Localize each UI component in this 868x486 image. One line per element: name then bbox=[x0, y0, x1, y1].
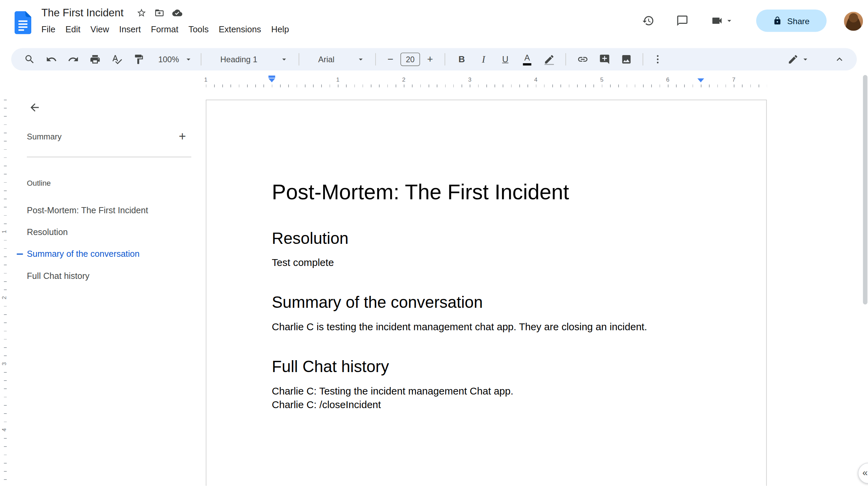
increase-font-size-button[interactable]: + bbox=[421, 51, 439, 68]
outline-item-label: Resolution bbox=[27, 227, 191, 237]
plus-icon: + bbox=[427, 54, 433, 65]
left-indent-triangle[interactable] bbox=[268, 78, 275, 82]
title-area: The First Incident File Edit View bbox=[41, 4, 294, 37]
comment-icon bbox=[676, 15, 689, 27]
menu-item[interactable]: Extensions bbox=[214, 22, 266, 37]
ruler-inch-label: 1 bbox=[1, 229, 7, 234]
right-indent-marker[interactable] bbox=[697, 78, 704, 82]
zoom-select[interactable]: 100% bbox=[153, 51, 195, 67]
add-comment-icon bbox=[599, 54, 610, 65]
chevron-down-icon bbox=[280, 55, 289, 64]
version-history-button[interactable] bbox=[635, 7, 662, 34]
document-status-button[interactable] bbox=[168, 4, 186, 22]
print-button[interactable] bbox=[84, 51, 106, 68]
document-text-block[interactable]: Full Chat history bbox=[272, 357, 701, 376]
menu-item[interactable]: Format bbox=[146, 22, 183, 37]
font-size-input[interactable] bbox=[400, 53, 420, 66]
outline-item-label: Post-Mortem: The First Incident bbox=[27, 205, 191, 215]
google-docs-app: The First Incident File Edit View bbox=[0, 0, 868, 486]
hide-menus-button[interactable] bbox=[828, 51, 850, 68]
undo-button[interactable] bbox=[40, 51, 62, 68]
current-position-indicator bbox=[17, 253, 23, 254]
paint-format-button[interactable] bbox=[127, 51, 149, 68]
document-text-block[interactable]: Summary of the conversation bbox=[272, 293, 701, 312]
link-icon bbox=[577, 54, 588, 65]
document-text-block[interactable]: Charlie C: Testing the incident manageme… bbox=[272, 385, 701, 398]
insert-image-button[interactable] bbox=[615, 51, 637, 68]
vertical-ruler[interactable]: 1234 bbox=[0, 89, 11, 486]
ruler-inch-label: 3 bbox=[1, 361, 7, 367]
paragraph-style-value: Heading 1 bbox=[220, 55, 257, 64]
more-toolbar-options-button[interactable] bbox=[649, 51, 667, 68]
top-bar: The First Incident File Edit View bbox=[0, 0, 868, 48]
more-vertical-icon bbox=[652, 54, 663, 65]
redo-button[interactable] bbox=[62, 51, 84, 68]
current-text-color-swatch bbox=[523, 63, 532, 66]
document-text-block[interactable]: Post-Mortem: The First Incident bbox=[272, 180, 701, 205]
text-color-button[interactable]: A bbox=[516, 51, 538, 68]
bold-button[interactable]: B bbox=[451, 51, 472, 68]
move-to-folder-button[interactable] bbox=[150, 4, 168, 22]
italic-button[interactable]: I bbox=[473, 51, 494, 68]
document-body: Post-Mortem: The First Incident Resoluti… bbox=[206, 100, 766, 412]
menu-item[interactable]: Help bbox=[266, 22, 294, 37]
left-indent-marker[interactable] bbox=[268, 76, 275, 82]
menu-item[interactable]: Insert bbox=[114, 22, 146, 37]
ruler-inch-label: 2 bbox=[1, 295, 7, 300]
comments-button[interactable] bbox=[669, 7, 696, 34]
star-button[interactable] bbox=[133, 4, 151, 22]
spelling-grammar-check-button[interactable] bbox=[106, 51, 127, 68]
document-text-block[interactable]: Test complete bbox=[272, 256, 701, 269]
outline-item[interactable]: Post-Mortem: The First Incident bbox=[27, 199, 191, 221]
paragraph-style-select[interactable]: Heading 1 bbox=[211, 51, 293, 67]
close-outline-panel-button[interactable] bbox=[24, 97, 45, 117]
minus-icon: − bbox=[387, 54, 393, 65]
user-avatar[interactable] bbox=[844, 12, 863, 31]
search-menus-button[interactable] bbox=[18, 51, 40, 68]
chevron-down-icon bbox=[725, 16, 733, 25]
title-row: The First Incident bbox=[41, 4, 294, 21]
vertical-scrollbar[interactable] bbox=[863, 75, 867, 305]
toolbar-divider bbox=[299, 53, 299, 65]
print-icon bbox=[89, 54, 100, 65]
decrease-font-size-button[interactable]: − bbox=[381, 51, 399, 68]
collapse-side-panel-button[interactable]: « bbox=[858, 463, 868, 484]
share-button-label: Share bbox=[787, 16, 810, 26]
docs-logo-icon[interactable] bbox=[15, 11, 31, 34]
document-text-block[interactable]: Resolution bbox=[272, 229, 701, 248]
font-family-select[interactable]: Arial bbox=[309, 51, 370, 67]
document-text-block[interactable]: Charlie C is testing the incident manage… bbox=[272, 320, 701, 334]
toolbar-divider bbox=[643, 53, 643, 65]
chevron-up-icon bbox=[834, 54, 845, 65]
add-summary-button[interactable]: + bbox=[174, 129, 190, 144]
menu-item[interactable]: Tools bbox=[184, 22, 214, 37]
highlighter-icon bbox=[543, 54, 555, 65]
first-line-indent-marker[interactable] bbox=[268, 76, 275, 78]
ruler-inch-label: 6 bbox=[666, 76, 670, 83]
history-icon bbox=[642, 15, 654, 27]
document-page[interactable]: Post-Mortem: The First Incident Resoluti… bbox=[206, 100, 767, 486]
outline-item[interactable]: Resolution bbox=[27, 221, 191, 243]
outline-item[interactable]: Summary of the conversation bbox=[27, 243, 191, 265]
outline-item[interactable]: Full Chat history bbox=[27, 265, 191, 286]
document-text-block[interactable]: Charlie C: /closeIncident bbox=[272, 398, 701, 411]
document-workspace: 1234 Summary + Outline Post-Mortem: The … bbox=[0, 89, 868, 486]
horizontal-ruler[interactable]: 11234567 bbox=[0, 74, 868, 89]
document-title[interactable]: The First Incident bbox=[39, 5, 126, 20]
outline-heading: Outline bbox=[27, 179, 51, 188]
ruler-inch-label: 4 bbox=[534, 76, 538, 83]
menu-item[interactable]: Edit bbox=[60, 22, 86, 37]
share-button[interactable]: Share bbox=[756, 10, 827, 32]
image-icon bbox=[621, 54, 632, 65]
join-call-button[interactable] bbox=[701, 7, 743, 34]
insert-link-button[interactable] bbox=[572, 51, 593, 68]
outline-panel: Summary + Outline Post-Mortem: The First… bbox=[11, 89, 199, 486]
highlight-color-button[interactable] bbox=[538, 51, 560, 68]
menu-bar: File Edit View Insert Format Tools Exten… bbox=[36, 22, 294, 37]
add-comment-button[interactable] bbox=[593, 51, 615, 68]
underline-button[interactable]: U bbox=[494, 51, 516, 68]
editing-mode-select[interactable] bbox=[781, 51, 816, 67]
menu-item[interactable]: File bbox=[36, 22, 60, 37]
folder-move-icon bbox=[154, 8, 164, 18]
menu-item[interactable]: View bbox=[85, 22, 114, 37]
